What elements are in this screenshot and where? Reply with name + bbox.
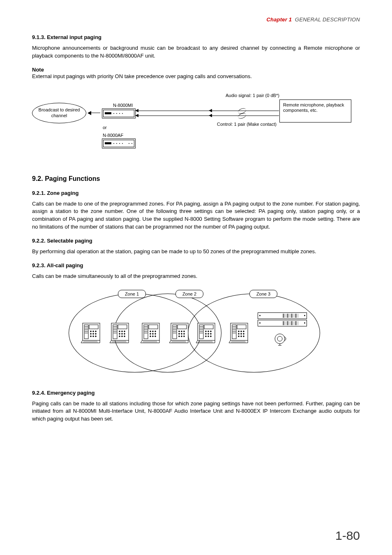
heading-922: 9.2.2. Selectable paging <box>32 238 360 244</box>
svg-point-30 <box>119 333 120 334</box>
svg-point-50 <box>152 333 154 334</box>
station-phone-icon <box>196 320 217 344</box>
svg-point-68 <box>179 333 180 334</box>
svg-point-84 <box>205 331 207 332</box>
svg-point-104 <box>241 331 242 332</box>
svg-point-108 <box>243 333 244 334</box>
svg-point-91 <box>208 335 209 337</box>
heading-924: 9.2.4. Emergency paging <box>32 390 360 396</box>
svg-point-72 <box>181 335 182 337</box>
svg-point-13 <box>95 333 97 334</box>
body-923: Calls can be made simultaneously to all … <box>32 273 360 280</box>
svg-point-48 <box>155 331 156 332</box>
svg-point-85 <box>208 331 209 332</box>
svg-point-69 <box>181 333 182 334</box>
svg-point-51 <box>155 333 156 334</box>
svg-point-87 <box>205 333 207 334</box>
diagram-zones: Zone 1 Zone 2 Zone 3 <box>69 287 323 377</box>
station-phone-icon <box>110 320 130 344</box>
svg-point-49 <box>150 333 151 334</box>
svg-point-14 <box>90 335 92 337</box>
remote-components-box: Remote microphone, playback components, … <box>279 99 351 123</box>
horn-speaker-icon <box>274 331 289 346</box>
svg-point-52 <box>150 335 151 337</box>
svg-point-9 <box>93 331 94 332</box>
svg-point-32 <box>124 333 125 334</box>
svg-point-47 <box>152 331 154 332</box>
station-phone-icon <box>141 320 161 344</box>
svg-point-109 <box>238 335 240 337</box>
page: Chapter 1 GENERAL DESCRIPTION 9.1.3. Ext… <box>0 0 392 555</box>
zone2-label: Zone 2 <box>175 290 203 298</box>
svg-point-28 <box>122 331 123 332</box>
body-922: By performing dial operation at the stat… <box>32 248 360 256</box>
broadcast-ellipse: Broadcast to desired channel <box>32 103 86 123</box>
running-head: Chapter 1 GENERAL DESCRIPTION <box>32 16 360 23</box>
svg-point-65 <box>179 331 180 332</box>
svg-point-115 <box>277 336 282 341</box>
remote-components-label: Remote microphone, playback components, … <box>283 102 344 113</box>
svg-point-27 <box>119 331 120 332</box>
amplifier-rack-icon <box>258 312 307 326</box>
device-n8000af <box>102 139 136 148</box>
svg-point-29 <box>124 331 125 332</box>
station-phone-icon <box>229 320 249 344</box>
svg-point-31 <box>122 333 123 334</box>
svg-point-12 <box>93 333 94 334</box>
svg-point-15 <box>93 335 94 337</box>
zone1-label: Zone 1 <box>118 290 146 298</box>
svg-point-86 <box>210 331 212 332</box>
svg-point-88 <box>208 333 209 334</box>
note-body: External input pagings with priority ON … <box>32 73 360 81</box>
broadcast-label: Broadcast to desired channel <box>32 107 86 118</box>
svg-point-67 <box>184 331 185 332</box>
svg-point-73 <box>184 335 185 337</box>
heading-923: 9.2.3. All-call paging <box>32 262 360 268</box>
station-phone-icon <box>81 320 101 344</box>
svg-point-92 <box>210 335 212 337</box>
diagram-external-input: Broadcast to desired channel N-8000MI or… <box>32 93 361 159</box>
connector-line <box>135 116 209 116</box>
svg-point-103 <box>238 331 240 332</box>
svg-point-10 <box>95 331 97 332</box>
heading-92: 9.2. Paging Functions <box>32 175 360 183</box>
heading-913: 9.1.3. External input paging <box>32 34 360 40</box>
svg-point-70 <box>184 333 185 334</box>
svg-point-111 <box>243 335 244 337</box>
heading-921: 9.2.1. Zone paging <box>32 190 360 196</box>
svg-point-66 <box>181 331 182 332</box>
svg-point-54 <box>155 335 156 337</box>
station-phone-icon <box>169 320 190 344</box>
arrowhead-icon <box>135 109 138 112</box>
svg-point-106 <box>238 333 240 334</box>
label-n8000mi: N-8000MI <box>113 103 133 108</box>
chapter-label: Chapter 1 <box>266 16 292 23</box>
device-n8000mi <box>102 109 136 118</box>
arrow-icon <box>88 113 100 113</box>
svg-point-11 <box>90 333 92 334</box>
svg-point-105 <box>243 331 244 332</box>
svg-point-33 <box>119 335 120 337</box>
svg-point-53 <box>152 335 154 337</box>
or-label: or <box>103 125 107 130</box>
svg-point-107 <box>241 333 242 334</box>
note-label: Note <box>32 67 360 73</box>
control-label: Control: 1 pair (Make contact) <box>217 122 277 127</box>
connector-line <box>135 111 209 111</box>
audio-signal-label: Audio signal: 1 pair (0 dB*) <box>226 93 279 98</box>
label-n8000af: N-8000AF <box>103 133 123 138</box>
svg-point-90 <box>205 335 207 337</box>
page-number: 1-80 <box>335 529 360 543</box>
svg-point-8 <box>90 331 92 332</box>
svg-point-16 <box>95 335 97 337</box>
arrowhead-icon <box>135 114 138 117</box>
svg-point-34 <box>122 335 123 337</box>
body-913: Microphone announcements or background m… <box>32 44 360 60</box>
chapter-title: GENERAL DESCRIPTION <box>295 16 360 23</box>
body-921: Calls can be made to one of the preprogr… <box>32 200 360 231</box>
svg-point-71 <box>179 335 180 337</box>
svg-point-46 <box>150 331 151 332</box>
zone3-label: Zone 3 <box>249 290 277 298</box>
svg-point-110 <box>241 335 242 337</box>
svg-point-89 <box>210 333 212 334</box>
